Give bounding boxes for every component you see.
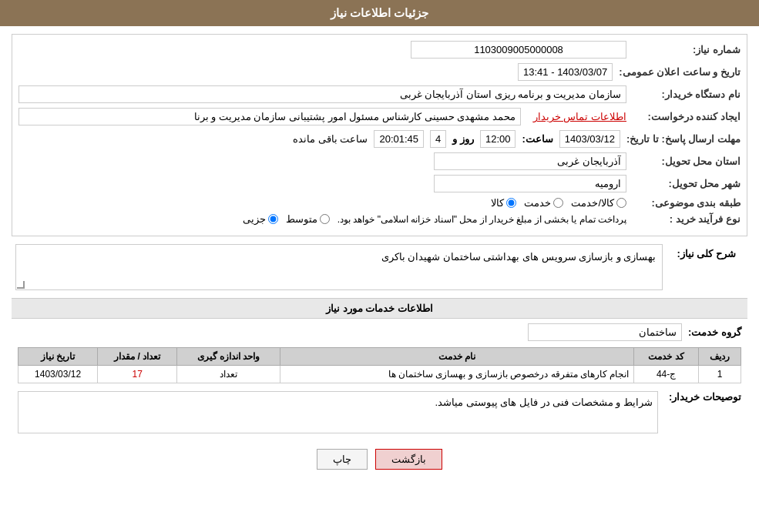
cell-date: 1403/03/12 (18, 366, 98, 383)
table-header-row: ردیف کد خدمت نام خدمت واحد اندازه گیری ت… (18, 348, 741, 366)
category-option-kala: کالا (491, 197, 516, 209)
buyer-org-value: سازمان مدیریت و برنامه ریزی استان آذربای… (18, 85, 626, 103)
time-label: ساعت: (522, 133, 552, 145)
col-service-name: نام خدمت (280, 348, 634, 366)
creator-value: محمد مشهدی حسینی کارشناس مسئول امور پشتی… (18, 108, 521, 125)
city-label: شهر محل تحویل: (633, 178, 741, 189)
buttons-row: بازگشت چاپ (12, 441, 747, 477)
services-table: ردیف کد خدمت نام خدمت واحد اندازه گیری ت… (18, 347, 741, 383)
deadline-label: مهلت ارسال پاسخ: تا تاریخ: (626, 133, 741, 145)
purchase-type-note: پرداخت تمام یا بخشی از مبلغ خریدار از مح… (338, 214, 626, 225)
radio-khedmat-label: خدمت (524, 197, 551, 209)
radio-jozii[interactable] (268, 214, 278, 224)
announce-datetime-label: تاریخ و ساعت اعلان عمومی: (619, 66, 741, 78)
back-button[interactable]: بازگشت (375, 449, 442, 470)
city-value: ارومیه (434, 175, 626, 192)
service-group-label: گروه خدمت: (688, 326, 741, 338)
radio-khedmat[interactable] (553, 198, 563, 208)
buyer-notes-label: توصیحات خریدار: (664, 391, 741, 403)
city-row: شهر محل تحویل: ارومیه (18, 175, 741, 192)
creator-row: ایجاد کننده درخواست: اطلاعات تماس خریدار… (18, 108, 741, 125)
remaining-label: ساعت باقی مانده (293, 133, 368, 145)
buyer-org-label: نام دستگاه خریدار: (633, 89, 741, 100)
resize-handle[interactable] (17, 281, 25, 289)
buyer-notes-value: شرایط و مشخصات فنی در فایل های پیوستی می… (18, 391, 658, 433)
radio-kala[interactable] (506, 198, 516, 208)
need-number-value: 1103009005000008 (411, 41, 626, 59)
page-title: جزئیات اطلاعات نیاز (331, 6, 428, 19)
col-service-code: کد خدمت (634, 348, 699, 366)
province-value: آذربایجان غربی (434, 152, 626, 170)
deadline-row: مهلت ارسال پاسخ: تا تاریخ: 1403/03/12 سا… (18, 130, 741, 148)
col-quantity: تعداد / مقدار (98, 348, 177, 366)
page-wrapper: جزئیات اطلاعات نیاز شماره نیاز: 11030090… (0, 0, 759, 532)
cell-code: ج-44 (634, 366, 699, 383)
buyer-org-row: نام دستگاه خریدار: سازمان مدیریت و برنام… (18, 85, 741, 103)
category-option-khedmat: خدمت (524, 197, 563, 209)
radio-kala-khedmat-label: کالا/خدمت (571, 197, 614, 209)
services-section: اطلاعات خدمات مورد نیاز گروه خدمت: ساختم… (12, 298, 747, 383)
province-label: استان محل تحویل: (633, 156, 741, 167)
description-value: بهسازی و بازسازی سرویس های بهداشتی ساختم… (15, 244, 663, 290)
table-row: 1 ج-44 انجام کارهای متفرقه درخصوص بازساز… (18, 366, 741, 383)
deadline-date: 1403/03/12 (559, 130, 620, 148)
cell-unit: تعداد (177, 366, 280, 383)
radio-kala-khedmat[interactable] (616, 198, 626, 208)
col-unit: واحد اندازه گیری (177, 348, 280, 366)
announce-datetime-value: 1403/03/07 - 13:41 (518, 63, 613, 81)
contact-info-link[interactable]: اطلاعات تماس خریدار (533, 111, 626, 122)
radio-kala-label: کالا (491, 197, 504, 209)
purchase-type-label: نوع فرآیند خرید : (633, 213, 741, 225)
radio-jozii-label: جزیی (243, 213, 266, 225)
category-label: طبقه بندی موضوعی: (633, 197, 741, 209)
province-row: استان محل تحویل: آذربایجان غربی (18, 152, 741, 170)
purchase-type-row: نوع فرآیند خرید : پرداخت تمام یا بخشی از… (18, 213, 741, 225)
service-group-row: گروه خدمت: ساختمان (12, 323, 747, 341)
purchase-type-jozii: جزیی (243, 213, 278, 225)
description-outer-row: شرح کلی نیاز: بهسازی و بازسازی سرویس های… (12, 244, 747, 290)
service-group-value: ساختمان (528, 323, 682, 341)
print-button[interactable]: چاپ (317, 449, 368, 470)
purchase-type-motavasset: متوسط (286, 213, 330, 225)
col-row-num: ردیف (698, 348, 741, 366)
deadline-time: 12:00 (480, 130, 516, 148)
announce-datetime-row: تاریخ و ساعت اعلان عمومی: 1403/03/07 - 1… (18, 63, 741, 81)
purchase-type-group: پرداخت تمام یا بخشی از مبلغ خریدار از مح… (243, 213, 626, 225)
buyer-notes-container: شرایط و مشخصات فنی در فایل های پیوستی می… (18, 391, 658, 433)
cell-quantity: 17 (98, 366, 177, 383)
buyer-notes-section: توصیحات خریدار: شرایط و مشخصات فنی در فا… (12, 391, 747, 433)
deadline-remaining: 20:01:45 (374, 130, 424, 148)
creator-label: ایجاد کننده درخواست: (633, 111, 741, 122)
category-option-kala-khedmat: کالا/خدمت (571, 197, 626, 209)
info-section: شماره نیاز: 1103009005000008 تاریخ و ساع… (12, 34, 747, 236)
description-section-title: شرح کلی نیاز: (669, 244, 744, 263)
need-number-label: شماره نیاز: (633, 44, 741, 55)
col-date: تاریخ نیاز (18, 348, 98, 366)
main-content: شماره نیاز: 1103009005000008 تاریخ و ساع… (0, 26, 759, 485)
cell-row-num: 1 (698, 366, 741, 383)
category-radio-group: کالا/خدمت خدمت کالا (491, 197, 626, 209)
roz-label: روز و (452, 133, 474, 145)
radio-motavasset-label: متوسط (286, 213, 317, 225)
category-row: طبقه بندی موضوعی: کالا/خدمت خدمت کالا (18, 197, 741, 209)
page-header: جزئیات اطلاعات نیاز (0, 0, 759, 26)
services-table-container: ردیف کد خدمت نام خدمت واحد اندازه گیری ت… (12, 347, 747, 383)
deadline-days: 4 (430, 130, 446, 148)
services-title: اطلاعات خدمات مورد نیاز (12, 298, 747, 319)
description-container: بهسازی و بازسازی سرویس های بهداشتی ساختم… (15, 244, 663, 290)
need-number-row: شماره نیاز: 1103009005000008 (18, 41, 741, 59)
radio-motavasset[interactable] (320, 214, 330, 224)
cell-name: انجام کارهای متفرقه درخصوص بازسازی و بهس… (280, 366, 634, 383)
